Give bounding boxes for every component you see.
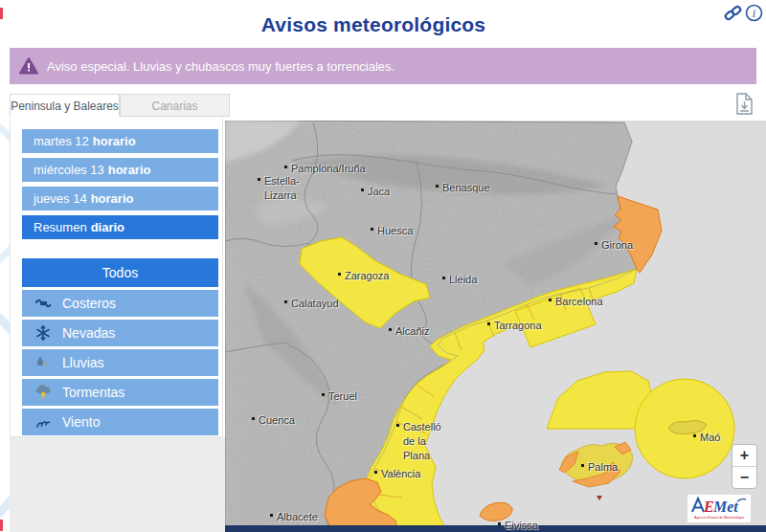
info-icon[interactable]: i xyxy=(745,4,763,22)
warning-triangle-icon xyxy=(19,56,38,76)
filter-button-nevadas[interactable]: Nevadas xyxy=(22,320,218,346)
filter-button-costeros[interactable]: Costeros xyxy=(22,290,218,317)
filter-button-lluvias[interactable]: Lluvias xyxy=(22,349,218,376)
day-button-jueves[interactable]: jueves 14horario xyxy=(22,187,218,211)
day-button-martes[interactable]: martes 12horario xyxy=(22,129,218,153)
zoom-out-button[interactable]: − xyxy=(732,467,756,488)
special-warning-text: Aviso especial. Lluvias y chubascos muy … xyxy=(47,59,394,74)
day-button-miercoles[interactable]: miércoles 13horario xyxy=(22,158,218,182)
aemet-logo: E Met Agencia Estatal de Meteorología xyxy=(687,495,751,522)
map-zoom-control: + − xyxy=(732,444,757,489)
tab-canarias[interactable]: Canarias xyxy=(120,94,230,117)
raindrops-icon xyxy=(35,355,51,370)
warning-map[interactable]: Pamplona/Iruña Estella- Lizarra Jaca Ben… xyxy=(225,121,766,532)
tab-peninsula-baleares[interactable]: Peninsula y Baleares xyxy=(10,94,120,117)
filter-button-viento[interactable]: Viento xyxy=(22,409,218,435)
zoom-in-button[interactable]: + xyxy=(732,445,756,467)
svg-text:i: i xyxy=(753,7,755,20)
day-button-resumen-diario[interactable]: Resumendiario xyxy=(22,215,218,239)
waves-icon xyxy=(35,296,51,311)
wind-icon xyxy=(35,414,51,430)
storm-icon xyxy=(35,385,51,400)
aemet-logo-subtext: Agencia Estatal de Meteorología xyxy=(694,516,744,520)
svg-text:Met: Met xyxy=(712,499,738,515)
svg-text:E: E xyxy=(703,499,714,515)
warning-map-svg xyxy=(225,121,766,532)
sidebar-footer-area xyxy=(10,437,225,532)
red-edge-accent xyxy=(0,520,3,531)
special-warning-banner: Aviso especial. Lluvias y chubascos muy … xyxy=(10,48,756,84)
filter-button-tormentas[interactable]: Tormentas xyxy=(22,379,218,406)
snowflake-icon xyxy=(35,325,51,341)
filter-button-todos[interactable]: Todos xyxy=(22,258,218,287)
page-title: Avisos meteorológicos xyxy=(0,13,747,36)
region-tabs: Peninsula y Baleares Canarias xyxy=(10,94,230,117)
avisos-page: Avisos meteorológicos i Aviso especial. … xyxy=(0,0,766,532)
download-icon[interactable] xyxy=(733,92,756,117)
link-icon[interactable] xyxy=(724,4,742,22)
sidebar-panel: martes 12horario miércoles 13horario jue… xyxy=(10,118,223,437)
